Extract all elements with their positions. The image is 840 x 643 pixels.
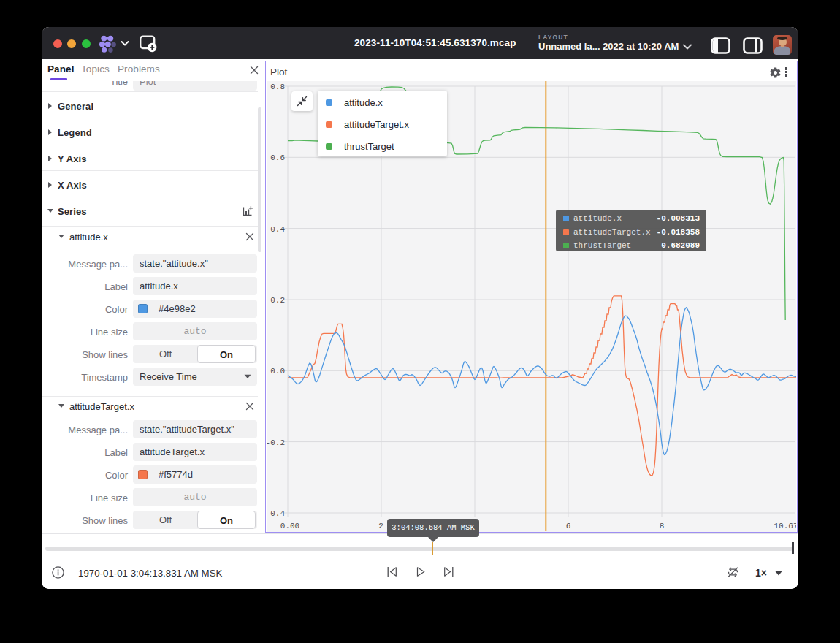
svg-text:0.2: 0.2 bbox=[270, 296, 285, 305]
svg-text:0.8: 0.8 bbox=[270, 83, 285, 91]
svg-text:-0.2: -0.2 bbox=[267, 438, 285, 447]
svg-text:0.00: 0.00 bbox=[280, 522, 299, 530]
svg-text:10.67: 10.67 bbox=[774, 522, 796, 530]
svg-text:-0.4: -0.4 bbox=[267, 509, 285, 518]
svg-text:8: 8 bbox=[660, 522, 665, 530]
svg-text:0.6: 0.6 bbox=[270, 153, 285, 162]
svg-text:0.4: 0.4 bbox=[270, 225, 285, 234]
svg-text:6: 6 bbox=[566, 522, 571, 530]
svg-text:2: 2 bbox=[378, 522, 383, 530]
svg-text:0.0: 0.0 bbox=[270, 367, 285, 376]
